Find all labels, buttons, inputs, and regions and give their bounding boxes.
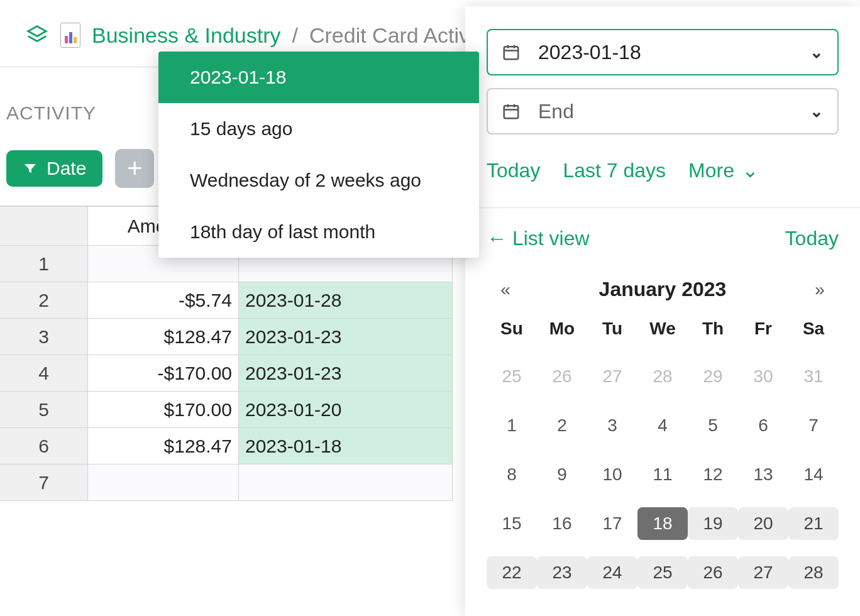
calendar-day[interactable]: 22 xyxy=(487,556,537,589)
calendar-day[interactable]: 17 xyxy=(587,507,637,540)
calendar-day[interactable]: 15 xyxy=(487,507,537,540)
calendar-day[interactable]: 25 xyxy=(487,360,537,393)
calendar-day[interactable]: 21 xyxy=(788,507,839,540)
calendar-grid: SuMoTuWeThFrSa25262728293031123456789101… xyxy=(487,319,839,589)
cell-amount[interactable]: $128.47 xyxy=(88,319,239,355)
date-suggestion-dropdown: 2023-01-1815 days agoWednesday of 2 week… xyxy=(158,52,479,258)
date-filter-chip[interactable]: Date xyxy=(6,150,102,187)
calendar-day[interactable]: 2 xyxy=(537,409,587,442)
calendar-icon xyxy=(502,43,521,62)
calendar-dow: Sa xyxy=(788,319,839,344)
calendar-day[interactable]: 4 xyxy=(637,409,688,442)
calendar-day[interactable]: 20 xyxy=(738,507,788,540)
row-index: 7 xyxy=(0,465,88,501)
cell-date[interactable]: 2023-01-20 xyxy=(239,392,453,428)
calendar-day[interactable]: 25 xyxy=(637,556,688,589)
calendar-day[interactable]: 28 xyxy=(788,556,839,589)
calendar-day[interactable]: 11 xyxy=(637,458,688,491)
row-index: 3 xyxy=(0,319,88,355)
start-date-value: 2023-01-18 xyxy=(538,41,810,64)
calendar-day[interactable]: 9 xyxy=(537,458,587,491)
list-view-link[interactable]: ← List view xyxy=(487,227,590,250)
row-index: 4 xyxy=(0,355,88,392)
svg-rect-0 xyxy=(504,47,519,59)
calendar-day[interactable]: 28 xyxy=(637,360,688,393)
calendar-day[interactable]: 1 xyxy=(487,409,537,442)
calendar-day[interactable]: 12 xyxy=(688,458,738,491)
svg-rect-1 xyxy=(504,106,519,118)
calendar-nav-links: ← List view Today xyxy=(487,227,839,250)
date-filter-label: Date xyxy=(47,158,86,179)
document-icon xyxy=(60,23,80,48)
calendar-day[interactable]: 27 xyxy=(738,556,788,589)
chevron-down-icon: ⌄ xyxy=(810,102,824,121)
divider xyxy=(465,207,860,208)
chevron-down-icon: ⌄ xyxy=(742,158,759,182)
calendar-day[interactable]: 23 xyxy=(537,556,587,589)
calendar-day[interactable]: 18 xyxy=(637,507,688,540)
quick-last-7-days[interactable]: Last 7 days xyxy=(563,159,666,182)
suggestion-option[interactable]: 2023-01-18 xyxy=(158,52,479,103)
cell-amount[interactable]: $128.47 xyxy=(88,428,239,465)
calendar-day[interactable]: 30 xyxy=(738,360,788,393)
row-index: 5 xyxy=(0,392,88,428)
calendar-day[interactable]: 14 xyxy=(788,458,839,491)
calendar-day[interactable]: 13 xyxy=(738,458,788,491)
prev-month-button[interactable]: « xyxy=(487,280,524,300)
chevron-down-icon: ⌄ xyxy=(810,43,824,62)
calendar-day[interactable]: 8 xyxy=(487,458,537,491)
calendar-day[interactable]: 7 xyxy=(788,409,839,442)
calendar-day[interactable]: 26 xyxy=(537,360,587,393)
cell-date[interactable]: 2023-01-23 xyxy=(239,319,453,355)
calendar-day[interactable]: 31 xyxy=(788,360,839,393)
end-date-placeholder: End xyxy=(538,100,810,123)
add-filter-button[interactable]: + xyxy=(115,149,154,188)
plus-icon: + xyxy=(127,153,143,184)
quick-range-links: Today Last 7 days More ⌄ xyxy=(487,158,839,182)
calendar-dow: Tu xyxy=(587,319,637,344)
end-date-field[interactable]: End ⌄ xyxy=(487,88,839,135)
calendar-title: January 2023 xyxy=(524,278,801,301)
calendar-day[interactable]: 27 xyxy=(587,360,637,393)
quick-more[interactable]: More ⌄ xyxy=(688,158,759,182)
cell-amount[interactable] xyxy=(88,465,239,501)
cell-amount[interactable]: -$5.74 xyxy=(88,282,239,319)
suggestion-option[interactable]: 18th day of last month xyxy=(158,206,479,258)
quick-today[interactable]: Today xyxy=(487,159,540,182)
calendar-day[interactable]: 16 xyxy=(537,507,587,540)
next-month-button[interactable]: » xyxy=(801,280,839,300)
calendar-dow: Fr xyxy=(738,319,788,344)
cell-date[interactable]: 2023-01-23 xyxy=(239,355,453,392)
cell-date[interactable]: 2023-01-18 xyxy=(239,428,453,465)
cell-date[interactable]: 2023-01-28 xyxy=(239,282,453,319)
calendar-day[interactable]: 6 xyxy=(738,409,788,442)
calendar-day[interactable]: 5 xyxy=(688,409,738,442)
calendar-dow: Su xyxy=(487,319,537,344)
layers-icon[interactable] xyxy=(25,23,49,47)
row-index: 2 xyxy=(0,282,88,319)
row-index: 1 xyxy=(0,246,88,282)
today-link[interactable]: Today xyxy=(785,227,839,250)
date-range-panel: 2023-01-18 ⌄ End ⌄ Today Last 7 days Mor… xyxy=(465,6,860,616)
calendar-header: « January 2023 » xyxy=(487,278,839,301)
cell-amount[interactable]: $170.00 xyxy=(88,392,239,428)
calendar-day[interactable]: 10 xyxy=(587,458,637,491)
calendar-dow: We xyxy=(637,319,688,344)
suggestion-option[interactable]: Wednesday of 2 weeks ago xyxy=(158,155,479,206)
calendar-day[interactable]: 19 xyxy=(688,507,738,540)
start-date-field[interactable]: 2023-01-18 ⌄ xyxy=(487,29,839,75)
calendar-icon xyxy=(502,102,521,121)
breadcrumb-current: Credit Card Activity xyxy=(309,23,491,48)
filter-icon xyxy=(23,161,38,176)
cell-amount[interactable]: -$170.00 xyxy=(88,355,239,392)
calendar-day[interactable]: 24 xyxy=(587,556,637,589)
breadcrumb-separator: / xyxy=(292,23,297,48)
suggestion-option[interactable]: 15 days ago xyxy=(158,103,479,155)
calendar-day[interactable]: 26 xyxy=(688,556,738,589)
row-index: 6 xyxy=(0,428,88,465)
quick-more-label: More xyxy=(688,159,734,182)
calendar-day[interactable]: 3 xyxy=(587,409,637,442)
cell-date[interactable] xyxy=(239,465,453,501)
breadcrumb-parent[interactable]: Business & Industry xyxy=(92,23,280,48)
calendar-day[interactable]: 29 xyxy=(688,360,738,393)
